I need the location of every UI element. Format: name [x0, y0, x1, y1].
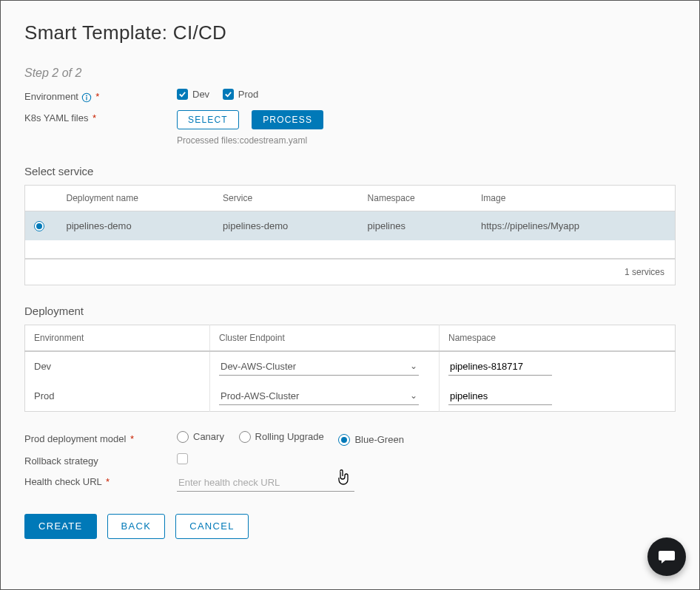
chevron-down-icon: ⌄ [410, 361, 417, 371]
env-dev-label: Dev [192, 89, 209, 100]
env-prod-checkbox[interactable]: Prod [223, 89, 258, 100]
required-marker: * [130, 433, 134, 444]
deployment-table: Environment Cluster Endpoint Namespace D… [24, 325, 676, 412]
table-row[interactable]: pipelines-demo pipelines-demo pipelines … [25, 211, 676, 240]
cell-image: https://pipelines/Myapp [472, 211, 676, 240]
env-prod-label: Prod [238, 89, 258, 100]
select-button[interactable]: SELECT [177, 110, 239, 129]
col-service[interactable]: Service [214, 185, 359, 211]
service-table: Deployment name Service Namespace Image … [24, 185, 676, 259]
model-bluegreen-label: Blue-Green [354, 434, 403, 445]
chat-icon [657, 547, 676, 566]
col-namespace[interactable]: Namespace [359, 185, 472, 211]
rollback-label: Rollback strategy [24, 455, 98, 467]
step-indicator: Step 2 of 2 [24, 67, 676, 80]
model-canary-label: Canary [193, 431, 224, 442]
namespace-input[interactable] [448, 387, 552, 405]
required-marker: * [95, 91, 99, 102]
cluster-endpoint-select[interactable]: Dev-AWS-Cluster ⌄ [219, 358, 419, 376]
info-icon[interactable] [81, 92, 92, 103]
cluster-value: Dev-AWS-Cluster [221, 361, 296, 372]
cell-env: Prod [25, 382, 210, 412]
processed-files-label: Processed files: [177, 135, 240, 146]
select-service-heading: Select service [24, 165, 676, 177]
col-cluster-endpoint: Cluster Endpoint [210, 325, 440, 351]
svg-point-1 [86, 95, 87, 96]
cluster-endpoint-select[interactable]: Prod-AWS-Cluster ⌄ [219, 387, 419, 405]
env-dev-checkbox[interactable]: Dev [177, 89, 209, 100]
cluster-value: Prod-AWS-Cluster [221, 390, 299, 401]
model-rolling-label: Rolling Upgrade [255, 431, 324, 442]
cell-namespace: pipelines [359, 211, 472, 240]
help-chat-button[interactable] [647, 538, 686, 576]
cell-service: pipelines-demo [214, 211, 359, 240]
model-rolling-radio[interactable]: Rolling Upgrade [239, 431, 324, 443]
chevron-down-icon: ⌄ [410, 390, 417, 401]
required-marker: * [92, 112, 96, 123]
check-icon [177, 89, 188, 100]
process-button[interactable]: PROCESS [252, 110, 323, 129]
col-environment: Environment [25, 325, 210, 351]
check-icon [223, 89, 234, 100]
create-button[interactable]: CREATE [24, 514, 97, 539]
cancel-button[interactable]: CANCEL [175, 514, 249, 539]
health-check-input[interactable] [177, 474, 354, 492]
col-image[interactable]: Image [472, 185, 676, 211]
row-radio[interactable] [34, 221, 44, 231]
col-deployment-name[interactable]: Deployment name [58, 185, 215, 211]
model-canary-radio[interactable]: Canary [177, 431, 224, 443]
deployment-heading: Deployment [24, 305, 676, 317]
table-row: Prod Prod-AWS-Cluster ⌄ [25, 382, 676, 412]
cell-env: Dev [25, 351, 210, 382]
rollback-checkbox[interactable] [177, 453, 188, 464]
k8s-files-label: K8s YAML files [24, 112, 88, 123]
service-table-footer: 1 services [24, 259, 676, 285]
table-row: Dev Dev-AWS-Cluster ⌄ [25, 351, 676, 382]
processed-file-name: codestream.yaml [240, 135, 307, 146]
cell-deployment-name: pipelines-demo [58, 211, 215, 240]
page-title: Smart Template: CI/CD [24, 21, 676, 44]
health-check-label: Health check URL [24, 476, 101, 487]
namespace-input[interactable] [448, 358, 552, 376]
prod-model-label: Prod deployment model [24, 433, 126, 444]
back-button[interactable]: BACK [107, 514, 166, 539]
model-bluegreen-radio[interactable]: Blue-Green [338, 434, 403, 446]
svg-rect-2 [86, 97, 87, 100]
environment-label: Environment [24, 91, 78, 102]
col-namespace: Namespace [440, 325, 676, 351]
required-marker: * [106, 476, 110, 487]
